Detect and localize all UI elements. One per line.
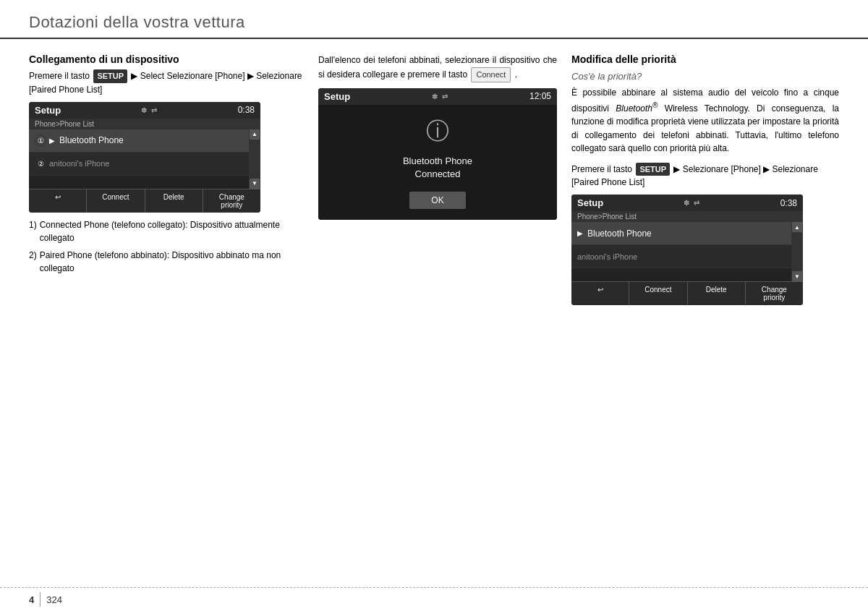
connect-label-3: Connect [644,286,671,294]
screen-1-scrollbar: ▲ ▼ [249,129,260,189]
bluetooth-icon-3: ✽ [684,199,689,207]
page-header: Dotazioni della vostra vettura [0,0,868,39]
screen-3-icons: ✽ ⇄ [684,199,699,207]
connect-btn-3[interactable]: Connect [629,282,687,305]
note-1-num: 1) [29,218,37,244]
change-priority-btn-1[interactable]: Changepriority [203,189,260,213]
delete-btn-1[interactable]: Delete [145,189,203,213]
item-text-2: anitooni's iPhone [49,159,109,168]
screen-3-header: Setup ✽ ⇄ 0:38 [571,195,803,211]
screen-1-spacer [29,176,249,189]
screen-1-footer: ↩ Connect Delete Changepriority [29,189,260,213]
dialog-message: Bluetooth Phone Connected [329,155,546,181]
screen-3-time: 0:38 [780,198,797,208]
middle-instruction-end: . [515,69,517,80]
item-text-3-1: Bluetooth Phone [587,228,652,239]
notes-list: 1) Connected Phone (telefono collegato):… [29,218,304,275]
screen-2-dialog-body: ⓘ Bluetooth Phone Connected OK [318,105,557,220]
screen-1-list-area: ① ▶ Bluetooth Phone ② anitooni's iPhone … [29,129,260,189]
setup-badge-2: SETUP [636,163,670,176]
footer-page-number: 4 [29,594,34,605]
left-instruction: Premere il tasto SETUP ▶ Select Selezion… [29,69,304,96]
item-text-1: Bluetooth Phone [59,135,124,145]
dialog-line-1: Bluetooth Phone [403,155,472,166]
screen-1-item-2[interactable]: ② anitooni's iPhone [29,153,249,176]
bluetooth-icon-1: ✽ [141,106,147,114]
page-title: Dotazioni della vostra vettura [29,13,245,31]
note-2: 2) Paired Phone (telefono abbinato): Dis… [29,249,304,275]
note-2-num: 2) [29,249,37,275]
note-1-text: Connected Phone (telefono collegato): Di… [40,218,304,244]
screen-1: Setup ✽ ⇄ 0:38 Phone>Phone List ① ▶ Blue… [29,102,260,213]
bluetooth-icon-2: ✽ [432,93,438,101]
delete-btn-3[interactable]: Delete [688,282,746,305]
change-priority-label-1: Changepriority [219,193,244,209]
right-instruction-pre: Premere il tasto [571,164,634,174]
left-section-heading: Collegamento di un dispositivo [29,54,304,65]
connection-icon-3: ⇄ [694,199,699,207]
screen-1-header: Setup ✽ ⇄ 0:38 [29,102,260,119]
back-icon-1: ↩ [55,193,61,201]
screen-3-title: Setup [577,197,603,208]
delete-label-1: Delete [163,193,184,201]
middle-instruction: Dall'elenco dei telefoni abbinati, selez… [318,54,557,82]
scroll-down-1[interactable]: ▼ [250,179,260,189]
setup-badge-1: SETUP [93,69,127,83]
middle-column: Dall'elenco dei telefoni abbinati, selez… [318,54,557,311]
screen-3-scrollbar: ▲ ▼ [791,222,803,281]
connect-btn-1[interactable]: Connect [87,189,145,213]
modifica-heading: Modifica delle priorità [571,54,839,65]
modifica-paragraph: È possibile abbinare al sistema audio de… [571,86,839,155]
screen-2-icons: ✽ ⇄ [432,93,448,101]
page-footer: 4 324 [0,587,868,611]
back-btn-3[interactable]: ↩ [571,282,629,305]
change-priority-label-3: Changepriority [762,286,787,302]
screen-1-icons: ✽ ⇄ [141,106,157,114]
screen-3-item-2[interactable]: anitooni's iPhone [571,245,791,268]
connect-badge-inline: Connect [471,67,511,82]
cos-e-heading: Cos'è la priorità? [571,71,839,82]
delete-label-3: Delete [706,286,727,294]
scroll-up-1[interactable]: ▲ [250,129,260,140]
screen-3-list: ▶ Bluetooth Phone anitooni's iPhone [571,222,791,281]
main-content: Collegamento di un dispositivo Premere i… [0,39,868,325]
screen-2-title: Setup [324,91,350,102]
screen-3-footer: ↩ Connect Delete Changepriority [571,281,803,305]
item-arrow-1: ▶ [49,137,55,145]
screen-1-breadcrumb: Phone>Phone List [29,119,260,129]
screen-2-header: Setup ✽ ⇄ 12:05 [318,88,557,105]
bluetooth-italic: Bluetooth® [616,103,658,114]
screen-1-title: Setup [35,105,61,116]
right-column: Modifica delle priorità Cos'è la priorit… [571,54,839,311]
right-instruction: Premere il tasto SETUP ▶ Selezionare [Ph… [571,163,839,189]
item-number-1: ① [35,134,46,146]
screen-1-item-1[interactable]: ① ▶ Bluetooth Phone [29,129,249,153]
item-number-2: ② [35,158,46,169]
info-icon: ⓘ [329,116,546,148]
screen-1-time: 0:38 [238,105,255,115]
back-icon-3: ↩ [597,286,603,294]
back-btn-1[interactable]: ↩ [29,189,87,213]
screen-3: Setup ✽ ⇄ 0:38 Phone>Phone List ▶ Blueto… [571,195,803,305]
screen-3-item-1[interactable]: ▶ Bluetooth Phone [571,222,791,245]
connection-icon-1: ⇄ [151,106,157,114]
left-column: Collegamento di un dispositivo Premere i… [29,54,304,311]
dialog-ok-button[interactable]: OK [409,192,465,209]
note-1: 1) Connected Phone (telefono collegato):… [29,218,304,244]
connection-icon-2: ⇄ [442,93,448,101]
screen-2-time: 12:05 [529,91,551,101]
scroll-down-3[interactable]: ▼ [792,271,802,281]
screen-2: Setup ✽ ⇄ 12:05 ⓘ Bluetooth Phone Connec… [318,88,557,220]
instruction-pre: Premere il tasto [29,71,92,81]
item-arrow-3-1: ▶ [577,229,583,237]
connect-label-1: Connect [102,193,129,201]
change-priority-btn-3[interactable]: Changepriority [746,282,803,305]
middle-instruction-text: Dall'elenco dei telefoni abbinati, selez… [318,55,557,80]
scroll-up-3[interactable]: ▲ [792,222,802,232]
screen-3-breadcrumb: Phone>Phone List [571,211,803,222]
screen-3-spacer [571,268,791,281]
footer-doc-number: 324 [46,594,62,605]
note-2-text: Paired Phone (telefono abbinato): Dispos… [40,249,304,275]
screen-1-list: ① ▶ Bluetooth Phone ② anitooni's iPhone [29,129,249,189]
item-text-3-2: anitooni's iPhone [577,252,637,261]
